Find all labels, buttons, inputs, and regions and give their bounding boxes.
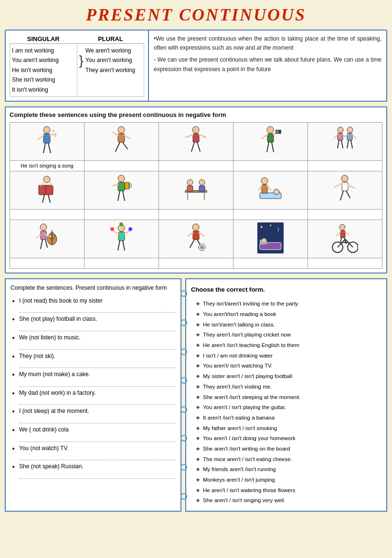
- caption-2-5: [308, 209, 382, 220]
- spiral-binding: [180, 279, 187, 511]
- svg-point-37: [347, 127, 353, 133]
- plural-header: PLURAL: [77, 34, 144, 44]
- svg-line-116: [337, 232, 340, 236]
- caption-1-5: [308, 160, 382, 171]
- caption-3-5: [308, 258, 382, 268]
- caption-1-4: [233, 160, 308, 171]
- svg-line-19: [197, 142, 200, 151]
- svg-point-8: [118, 126, 125, 133]
- figure-singing: ♪ ♫: [34, 125, 60, 156]
- svg-line-83: [37, 235, 41, 238]
- svg-text:★: ★: [269, 224, 272, 227]
- svg-point-50: [118, 175, 125, 182]
- figure-cycling: [332, 222, 358, 253]
- svg-line-41: [347, 140, 349, 148]
- list-item: You (not watch) TV.: [19, 443, 176, 454]
- list-item: [19, 454, 176, 460]
- caption-3-3: [159, 258, 233, 268]
- svg-point-90: [110, 227, 114, 231]
- svg-text:★: ★: [260, 225, 263, 229]
- spiral-ring-4: [180, 377, 187, 384]
- grammar-notes: •We use the present continuous when the …: [149, 31, 386, 101]
- list-item: My dad (not work) in a factory.: [19, 388, 176, 399]
- svg-line-69: [259, 186, 262, 190]
- img-cell-1-1: ♪ ♫: [10, 122, 85, 160]
- svg-line-42: [351, 140, 352, 148]
- list-item: She (not play) football in class.: [19, 314, 176, 325]
- img-cell-3-5: [308, 220, 382, 258]
- caption-1-2: [85, 160, 159, 171]
- list-item: [19, 344, 176, 350]
- svg-line-74: [348, 185, 355, 188]
- img-cell-1-5: [308, 122, 382, 160]
- svg-line-11: [125, 136, 130, 138]
- svg-line-30: [272, 142, 274, 152]
- svg-line-57: [123, 191, 125, 200]
- img-cell-3-3: [159, 220, 233, 258]
- list-item: He isn't/aren't talking in class.: [196, 320, 381, 330]
- svg-line-94: [123, 241, 125, 250]
- image-row-1: ♪ ♫: [10, 122, 382, 160]
- spiral-ring-7: [180, 464, 187, 471]
- svg-text:─: ─: [203, 135, 207, 139]
- svg-line-84: [41, 240, 42, 249]
- list-item: You aren't/ isn't watching TV.: [196, 361, 381, 371]
- caption-1-1: He isn't singing a song: [10, 160, 85, 171]
- svg-point-92: [119, 222, 123, 226]
- svg-line-36: [341, 140, 343, 148]
- list-item: They (not ski).: [19, 351, 176, 362]
- svg-rect-15: [193, 134, 199, 142]
- svg-line-89: [125, 231, 129, 234]
- svg-line-24: [262, 135, 267, 138]
- list-item: My mum (not make) a cake.: [19, 369, 176, 380]
- spiral-ring-3: [180, 348, 187, 355]
- list-item: She aren't / isn't singing very well.: [196, 495, 381, 505]
- caption-2-3: [159, 209, 233, 220]
- choose-form-title: Choose the correct form.: [191, 284, 381, 295]
- caption-2-2: [85, 209, 159, 220]
- svg-line-39: [345, 135, 347, 137]
- list-item: [19, 473, 176, 479]
- svg-rect-23: [267, 134, 274, 142]
- spiral-ring-6: [180, 435, 187, 442]
- svg-line-2: [38, 136, 43, 139]
- caption-row-3: [10, 258, 382, 268]
- complete-sentences-list: I (not read) this book to my sister She …: [11, 296, 176, 479]
- svg-point-67: [261, 178, 268, 184]
- singular-forms: I am not working You aren't working He i…: [10, 44, 77, 97]
- svg-point-0: [43, 126, 50, 133]
- svg-line-35: [338, 140, 339, 148]
- svg-point-31: [338, 127, 343, 133]
- svg-line-98: [199, 233, 204, 236]
- svg-line-13: [123, 142, 127, 149]
- svg-line-49: [48, 195, 50, 202]
- svg-line-97: [188, 233, 193, 236]
- img-cell-2-4: [233, 171, 308, 209]
- list-item: They aren't /isn't visiting me.: [196, 382, 381, 392]
- svg-text:♪: ♪: [52, 128, 54, 133]
- img-cell-2-1: [10, 171, 85, 209]
- svg-line-93: [118, 241, 120, 250]
- svg-line-73: [335, 183, 342, 187]
- list-item: My father aren't / isn't smoking: [196, 423, 381, 433]
- figure-filming: [257, 125, 284, 156]
- note-2: - We can use the present continuous when…: [154, 55, 381, 74]
- svg-line-33: [334, 135, 338, 138]
- list-item: We (not listen) to music.: [19, 333, 176, 343]
- list-item: She aren't /isn't writing on the board: [196, 444, 381, 454]
- svg-line-85: [45, 240, 47, 247]
- singular-form-1: I am not working You aren't working He i…: [12, 46, 75, 95]
- svg-line-54: [113, 184, 118, 186]
- svg-rect-78: [41, 231, 46, 240]
- list-item: You aren't / isn't playing the guitar.: [196, 402, 381, 412]
- svg-line-48: [42, 195, 44, 202]
- figure-drinking: [108, 174, 135, 205]
- svg-point-43: [43, 176, 50, 183]
- list-item: I (not sleep) at the moment.: [19, 406, 176, 417]
- svg-rect-9: [118, 134, 125, 142]
- caption-row-2: [10, 209, 382, 220]
- figure-cooking: [183, 174, 209, 205]
- svg-point-108: [339, 224, 345, 230]
- svg-line-99: [190, 240, 194, 247]
- svg-point-14: [192, 126, 199, 133]
